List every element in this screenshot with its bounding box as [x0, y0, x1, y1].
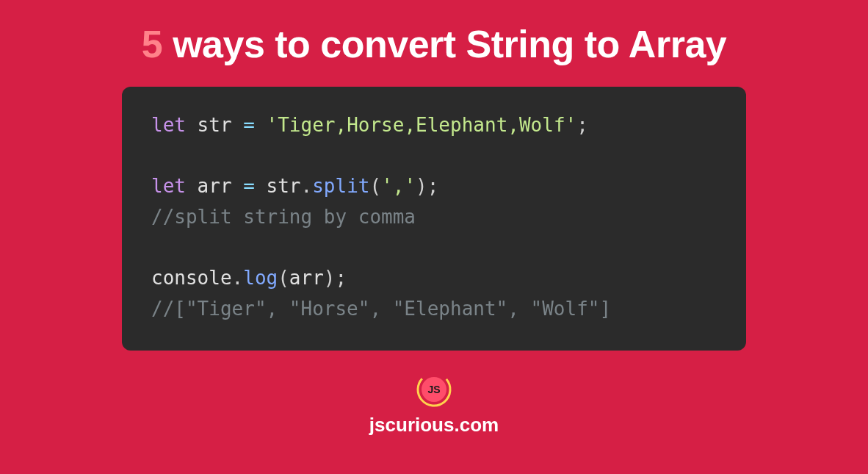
string-literal: 'Tiger,Horse,Elephant,Wolf' [267, 114, 577, 136]
var-str: str [186, 114, 243, 136]
keyword-let: let [151, 175, 186, 197]
site-name: jscurious.com [369, 414, 499, 437]
arg-arr: arr [289, 267, 324, 289]
obj-console: console [151, 267, 232, 289]
code-block: let str = 'Tiger,Horse,Elephant,Wolf'; l… [122, 87, 746, 351]
semicolon: ; [335, 267, 347, 289]
title-rest: ways to convert String to Array [162, 23, 726, 65]
fn-log: log [243, 267, 278, 289]
fn-split: split [312, 175, 369, 197]
paren-open: ( [369, 175, 381, 197]
comment-output: //["Tiger", "Horse", "Elephant", "Wolf"] [151, 298, 611, 320]
equals: = [243, 175, 266, 197]
footer: JS jscurious.com [369, 371, 499, 437]
keyword-let: let [151, 114, 186, 136]
semicolon: ; [576, 114, 588, 136]
paren-open: ( [278, 267, 289, 289]
comment: //split string by comma [151, 206, 416, 228]
string-arg: ',' [381, 175, 416, 197]
js-logo-icon: JS [416, 371, 452, 408]
code-content: let str = 'Tiger,Horse,Elephant,Wolf'; l… [151, 110, 717, 324]
paren-close: ) [416, 175, 427, 197]
paren-close: ) [324, 267, 336, 289]
var-arr: arr [186, 175, 243, 197]
obj-str: str [267, 175, 301, 197]
dot: . [301, 175, 313, 197]
equals: = [243, 114, 266, 136]
svg-text:JS: JS [427, 384, 440, 395]
title-accent: 5 [142, 23, 162, 65]
dot: . [232, 267, 244, 289]
page-title: 5 ways to convert String to Array [142, 22, 726, 66]
semicolon: ; [427, 175, 439, 197]
